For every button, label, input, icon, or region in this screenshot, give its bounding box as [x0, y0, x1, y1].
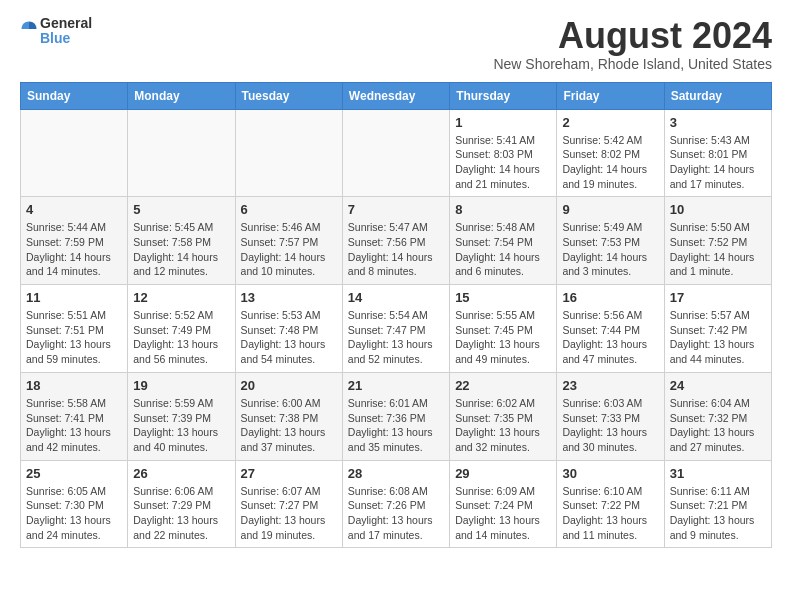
day-info: Sunrise: 5:58 AM Sunset: 7:41 PM Dayligh…	[26, 396, 122, 455]
calendar-cell	[128, 109, 235, 197]
day-info: Sunrise: 6:03 AM Sunset: 7:33 PM Dayligh…	[562, 396, 658, 455]
day-info: Sunrise: 6:05 AM Sunset: 7:30 PM Dayligh…	[26, 484, 122, 543]
calendar-cell: 24Sunrise: 6:04 AM Sunset: 7:32 PM Dayli…	[664, 372, 771, 460]
calendar-cell: 26Sunrise: 6:06 AM Sunset: 7:29 PM Dayli…	[128, 460, 235, 548]
calendar-cell: 19Sunrise: 5:59 AM Sunset: 7:39 PM Dayli…	[128, 372, 235, 460]
day-info: Sunrise: 5:42 AM Sunset: 8:02 PM Dayligh…	[562, 133, 658, 192]
day-info: Sunrise: 6:02 AM Sunset: 7:35 PM Dayligh…	[455, 396, 551, 455]
calendar-cell: 8Sunrise: 5:48 AM Sunset: 7:54 PM Daylig…	[450, 197, 557, 285]
calendar-cell: 28Sunrise: 6:08 AM Sunset: 7:26 PM Dayli…	[342, 460, 449, 548]
day-number: 9	[562, 202, 658, 217]
day-number: 27	[241, 466, 337, 481]
day-info: Sunrise: 6:06 AM Sunset: 7:29 PM Dayligh…	[133, 484, 229, 543]
day-info: Sunrise: 5:59 AM Sunset: 7:39 PM Dayligh…	[133, 396, 229, 455]
calendar-table: SundayMondayTuesdayWednesdayThursdayFrid…	[20, 82, 772, 549]
calendar-cell	[235, 109, 342, 197]
day-info: Sunrise: 5:54 AM Sunset: 7:47 PM Dayligh…	[348, 308, 444, 367]
day-number: 25	[26, 466, 122, 481]
logo-icon	[20, 20, 38, 38]
calendar-cell: 10Sunrise: 5:50 AM Sunset: 7:52 PM Dayli…	[664, 197, 771, 285]
day-header-saturday: Saturday	[664, 82, 771, 109]
calendar-cell: 14Sunrise: 5:54 AM Sunset: 7:47 PM Dayli…	[342, 285, 449, 373]
day-header-sunday: Sunday	[21, 82, 128, 109]
calendar-cell: 16Sunrise: 5:56 AM Sunset: 7:44 PM Dayli…	[557, 285, 664, 373]
day-info: Sunrise: 5:45 AM Sunset: 7:58 PM Dayligh…	[133, 220, 229, 279]
day-number: 28	[348, 466, 444, 481]
day-number: 23	[562, 378, 658, 393]
calendar-cell: 31Sunrise: 6:11 AM Sunset: 7:21 PM Dayli…	[664, 460, 771, 548]
day-info: Sunrise: 6:07 AM Sunset: 7:27 PM Dayligh…	[241, 484, 337, 543]
calendar-cell: 3Sunrise: 5:43 AM Sunset: 8:01 PM Daylig…	[664, 109, 771, 197]
day-number: 5	[133, 202, 229, 217]
calendar-cell: 23Sunrise: 6:03 AM Sunset: 7:33 PM Dayli…	[557, 372, 664, 460]
logo-blue: Blue	[40, 31, 92, 46]
subtitle: New Shoreham, Rhode Island, United State…	[493, 56, 772, 72]
day-info: Sunrise: 5:48 AM Sunset: 7:54 PM Dayligh…	[455, 220, 551, 279]
calendar-cell: 21Sunrise: 6:01 AM Sunset: 7:36 PM Dayli…	[342, 372, 449, 460]
calendar-cell: 20Sunrise: 6:00 AM Sunset: 7:38 PM Dayli…	[235, 372, 342, 460]
calendar-cell: 22Sunrise: 6:02 AM Sunset: 7:35 PM Dayli…	[450, 372, 557, 460]
week-row-3: 11Sunrise: 5:51 AM Sunset: 7:51 PM Dayli…	[21, 285, 772, 373]
calendar-cell: 6Sunrise: 5:46 AM Sunset: 7:57 PM Daylig…	[235, 197, 342, 285]
day-info: Sunrise: 5:57 AM Sunset: 7:42 PM Dayligh…	[670, 308, 766, 367]
calendar-cell: 30Sunrise: 6:10 AM Sunset: 7:22 PM Dayli…	[557, 460, 664, 548]
calendar-cell: 7Sunrise: 5:47 AM Sunset: 7:56 PM Daylig…	[342, 197, 449, 285]
day-number: 14	[348, 290, 444, 305]
day-number: 18	[26, 378, 122, 393]
day-number: 10	[670, 202, 766, 217]
day-info: Sunrise: 5:46 AM Sunset: 7:57 PM Dayligh…	[241, 220, 337, 279]
day-number: 16	[562, 290, 658, 305]
day-number: 29	[455, 466, 551, 481]
day-number: 26	[133, 466, 229, 481]
calendar-cell: 11Sunrise: 5:51 AM Sunset: 7:51 PM Dayli…	[21, 285, 128, 373]
calendar-cell	[21, 109, 128, 197]
day-info: Sunrise: 5:44 AM Sunset: 7:59 PM Dayligh…	[26, 220, 122, 279]
logo-general: General	[40, 16, 92, 31]
calendar-cell: 9Sunrise: 5:49 AM Sunset: 7:53 PM Daylig…	[557, 197, 664, 285]
day-number: 4	[26, 202, 122, 217]
calendar-cell: 29Sunrise: 6:09 AM Sunset: 7:24 PM Dayli…	[450, 460, 557, 548]
day-number: 6	[241, 202, 337, 217]
day-info: Sunrise: 5:53 AM Sunset: 7:48 PM Dayligh…	[241, 308, 337, 367]
day-number: 22	[455, 378, 551, 393]
day-info: Sunrise: 6:04 AM Sunset: 7:32 PM Dayligh…	[670, 396, 766, 455]
day-info: Sunrise: 6:10 AM Sunset: 7:22 PM Dayligh…	[562, 484, 658, 543]
calendar-cell: 27Sunrise: 6:07 AM Sunset: 7:27 PM Dayli…	[235, 460, 342, 548]
week-row-4: 18Sunrise: 5:58 AM Sunset: 7:41 PM Dayli…	[21, 372, 772, 460]
day-number: 30	[562, 466, 658, 481]
day-number: 2	[562, 115, 658, 130]
day-info: Sunrise: 5:52 AM Sunset: 7:49 PM Dayligh…	[133, 308, 229, 367]
day-info: Sunrise: 5:51 AM Sunset: 7:51 PM Dayligh…	[26, 308, 122, 367]
day-info: Sunrise: 5:56 AM Sunset: 7:44 PM Dayligh…	[562, 308, 658, 367]
day-header-friday: Friday	[557, 82, 664, 109]
header: General Blue August 2024 New Shoreham, R…	[20, 16, 772, 72]
calendar-cell: 1Sunrise: 5:41 AM Sunset: 8:03 PM Daylig…	[450, 109, 557, 197]
day-number: 7	[348, 202, 444, 217]
day-info: Sunrise: 5:50 AM Sunset: 7:52 PM Dayligh…	[670, 220, 766, 279]
calendar-cell: 4Sunrise: 5:44 AM Sunset: 7:59 PM Daylig…	[21, 197, 128, 285]
day-info: Sunrise: 6:01 AM Sunset: 7:36 PM Dayligh…	[348, 396, 444, 455]
day-number: 20	[241, 378, 337, 393]
day-info: Sunrise: 6:08 AM Sunset: 7:26 PM Dayligh…	[348, 484, 444, 543]
day-info: Sunrise: 6:00 AM Sunset: 7:38 PM Dayligh…	[241, 396, 337, 455]
calendar-cell: 2Sunrise: 5:42 AM Sunset: 8:02 PM Daylig…	[557, 109, 664, 197]
day-number: 31	[670, 466, 766, 481]
calendar-cell: 13Sunrise: 5:53 AM Sunset: 7:48 PM Dayli…	[235, 285, 342, 373]
calendar-cell: 25Sunrise: 6:05 AM Sunset: 7:30 PM Dayli…	[21, 460, 128, 548]
main-title: August 2024	[493, 16, 772, 56]
calendar-cell: 17Sunrise: 5:57 AM Sunset: 7:42 PM Dayli…	[664, 285, 771, 373]
day-header-wednesday: Wednesday	[342, 82, 449, 109]
day-number: 11	[26, 290, 122, 305]
day-number: 24	[670, 378, 766, 393]
day-number: 8	[455, 202, 551, 217]
day-number: 17	[670, 290, 766, 305]
day-info: Sunrise: 5:55 AM Sunset: 7:45 PM Dayligh…	[455, 308, 551, 367]
day-info: Sunrise: 5:49 AM Sunset: 7:53 PM Dayligh…	[562, 220, 658, 279]
calendar-cell: 12Sunrise: 5:52 AM Sunset: 7:49 PM Dayli…	[128, 285, 235, 373]
week-row-5: 25Sunrise: 6:05 AM Sunset: 7:30 PM Dayli…	[21, 460, 772, 548]
day-header-tuesday: Tuesday	[235, 82, 342, 109]
day-info: Sunrise: 5:47 AM Sunset: 7:56 PM Dayligh…	[348, 220, 444, 279]
day-number: 13	[241, 290, 337, 305]
week-row-2: 4Sunrise: 5:44 AM Sunset: 7:59 PM Daylig…	[21, 197, 772, 285]
day-header-thursday: Thursday	[450, 82, 557, 109]
